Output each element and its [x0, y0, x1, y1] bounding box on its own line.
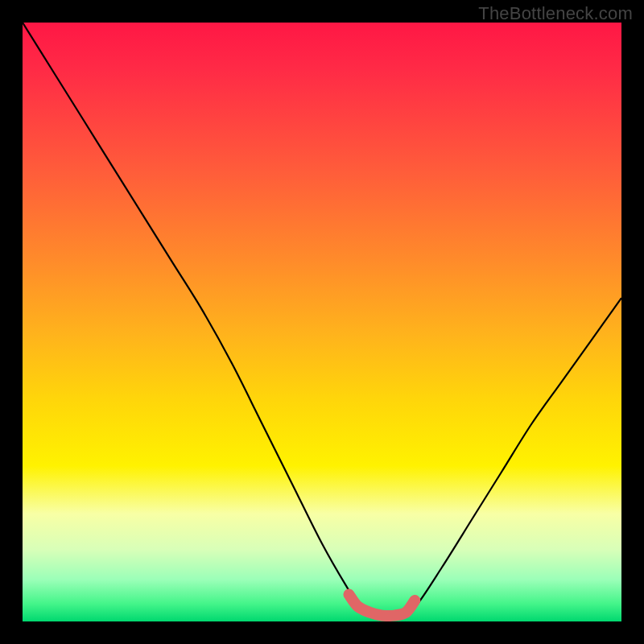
trough-marker-line — [349, 595, 415, 617]
chart-frame: TheBottleneck.com — [0, 0, 644, 644]
watermark-text: TheBottleneck.com — [478, 3, 633, 24]
bottleneck-curve-line — [23, 23, 621, 616]
plot-area — [23, 23, 621, 621]
bottleneck-curve-svg — [23, 23, 621, 621]
